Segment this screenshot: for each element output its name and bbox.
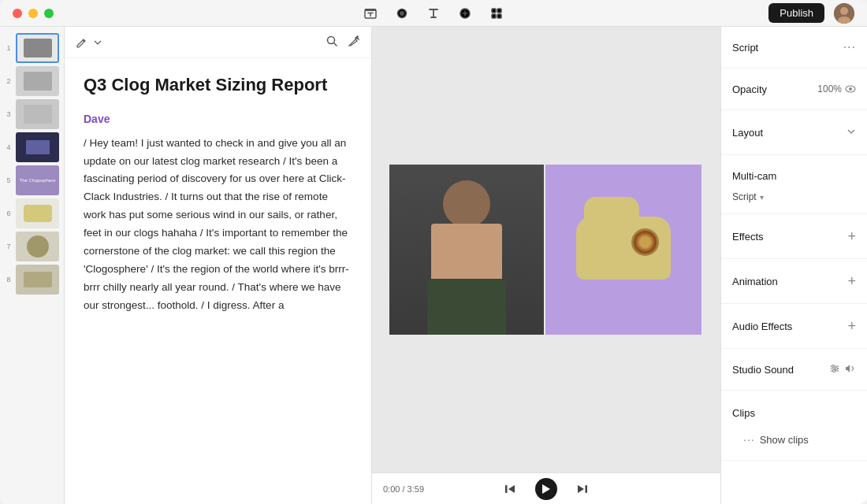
skip-forward-button[interactable] — [576, 483, 589, 495]
opacity-value-group: 100% — [817, 83, 856, 95]
clips-section: Clips ··· Show clips — [721, 391, 867, 461]
effects-add-button[interactable]: + — [847, 228, 856, 245]
show-clips-link[interactable]: Show clips — [760, 434, 809, 446]
slide-thumb-8 — [16, 265, 59, 295]
opacity-row: Opacity 100% — [732, 76, 856, 102]
search-icon[interactable] — [326, 35, 338, 50]
main-layout: 1 2 3 4 — [0, 27, 867, 504]
slide-thumb-4 — [16, 132, 59, 162]
audio-effects-section: Audio Effects + — [721, 304, 867, 349]
playback-time: 0:00 / 3:59 — [383, 484, 424, 494]
slide-item-8[interactable]: 8 — [5, 265, 59, 295]
audio-effects-add-button[interactable]: + — [847, 318, 856, 335]
slide-item-7[interactable]: 7 — [5, 232, 59, 261]
audio-effects-label: Audio Effects — [732, 321, 792, 332]
script-sub-label: Script — [732, 191, 757, 202]
script-sub-row[interactable]: Script ▾ — [732, 188, 856, 206]
person-head — [443, 180, 490, 228]
slide-thumb-1 — [16, 33, 59, 63]
eye-icon[interactable] — [845, 83, 856, 95]
video-left — [389, 165, 544, 335]
studio-sound-volume-icon[interactable] — [845, 363, 856, 376]
studio-sound-settings-icon[interactable] — [829, 363, 840, 376]
svg-rect-1 — [365, 9, 376, 11]
svg-rect-7 — [492, 14, 496, 18]
svg-marker-17 — [578, 485, 584, 493]
layout-section: Layout — [721, 110, 867, 155]
animation-section: Animation + — [721, 259, 867, 304]
fullscreen-button[interactable] — [44, 9, 54, 18]
svg-point-13 — [356, 37, 358, 39]
animation-label: Animation — [732, 276, 778, 287]
script-more-button[interactable]: ··· — [843, 40, 856, 54]
record-icon[interactable] — [394, 6, 410, 21]
svg-marker-16 — [542, 484, 550, 494]
slide-item-6[interactable]: 6 — [5, 198, 59, 228]
svg-point-22 — [835, 367, 838, 369]
grid-icon[interactable] — [489, 6, 504, 21]
opacity-section: Opacity 100% — [721, 69, 867, 110]
slide-thumb-6 — [16, 198, 59, 228]
total-time: 3:59 — [407, 484, 424, 494]
content-area: Q3 Clog Market Sizing Report Dave / Hey … — [65, 27, 372, 504]
slide-thumb-5: The Clogosphere — [16, 165, 59, 195]
shapes-icon[interactable] — [457, 6, 473, 21]
slide-item-2[interactable]: 2 — [5, 66, 59, 96]
svg-point-10 — [840, 7, 848, 15]
svg-rect-8 — [497, 14, 501, 18]
svg-point-23 — [833, 369, 835, 372]
slide-thumb-7 — [16, 232, 59, 261]
title-bar: Publish — [0, 0, 867, 27]
script-label: Script — [732, 42, 758, 54]
clips-header: Clips — [732, 398, 856, 427]
archive-icon[interactable] — [363, 6, 378, 21]
slide-number-3: 3 — [5, 110, 13, 118]
video-right — [545, 165, 701, 335]
svg-point-3 — [400, 11, 404, 16]
video-container — [389, 165, 703, 335]
layout-label: Layout — [732, 127, 763, 139]
layout-header: Layout — [732, 118, 856, 146]
slide-item-4[interactable]: 4 — [5, 132, 59, 162]
slide-item-3[interactable]: 3 — [5, 99, 59, 129]
slide-item-1[interactable]: 1 — [5, 33, 59, 63]
preview-wrapper: 0:00 / 3:59 — [372, 27, 720, 504]
magic-icon[interactable] — [348, 35, 360, 50]
layout-chevron-icon[interactable] — [847, 126, 856, 139]
publish-button[interactable]: Publish — [768, 3, 824, 23]
clips-label: Clips — [732, 407, 755, 419]
svg-rect-5 — [492, 9, 496, 13]
text-icon[interactable] — [426, 6, 441, 21]
audio-effects-header: Audio Effects + — [732, 312, 856, 340]
edit-mode-toggle[interactable] — [76, 36, 102, 49]
content-toolbar-right — [326, 35, 360, 50]
playback-bar: 0:00 / 3:59 — [372, 472, 720, 504]
show-clips-row[interactable]: ··· Show clips — [732, 427, 856, 452]
opacity-value: 100% — [817, 83, 842, 94]
speaker-name: Dave — [84, 113, 352, 125]
clog-container — [576, 217, 671, 284]
slide-number-6: 6 — [5, 209, 13, 217]
script-section: Script ··· — [721, 27, 867, 69]
studio-sound-section: Studio Sound — [721, 349, 867, 391]
animation-add-button[interactable]: + — [847, 273, 856, 290]
close-button[interactable] — [13, 9, 22, 18]
multicam-label: Multi-cam — [732, 170, 776, 182]
avatar[interactable] — [834, 3, 854, 24]
script-row: Script ··· — [732, 35, 856, 60]
multicam-section: Multi-cam Script ▾ — [721, 155, 867, 214]
skip-back-button[interactable] — [504, 483, 516, 495]
svg-marker-14 — [508, 485, 515, 493]
minimize-button[interactable] — [28, 9, 38, 18]
current-time: 0:00 — [383, 484, 400, 494]
multicam-row: Multi-cam — [732, 163, 856, 188]
svg-rect-6 — [497, 9, 501, 13]
effects-header: Effects + — [732, 222, 856, 250]
play-button[interactable] — [535, 478, 557, 500]
effects-label: Effects — [732, 231, 764, 243]
slide-item-5[interactable]: 5 The Clogosphere — [5, 165, 59, 195]
studio-sound-row: Studio Sound — [732, 357, 856, 382]
slides-panel: 1 2 3 4 — [0, 27, 65, 504]
script-text: / Hey team! I just wanted to check in an… — [84, 135, 352, 315]
opacity-label: Opacity — [732, 83, 767, 95]
